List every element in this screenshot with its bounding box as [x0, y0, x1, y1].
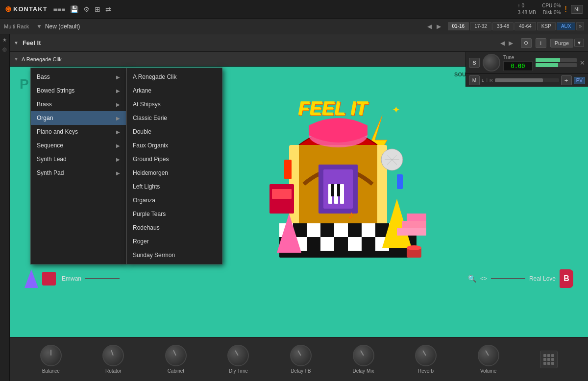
cpu-info: ↑ 0CPU 0% 3.48 MBDisk 0% — [518, 2, 561, 16]
rack-prev[interactable]: ◀ — [427, 23, 432, 30]
brass-label: Brass — [37, 101, 52, 108]
bass-label: Bass — [37, 73, 50, 80]
volume-slider[interactable] — [495, 78, 559, 82]
menu-item-sequence[interactable]: Sequence ▶ — [31, 139, 126, 152]
submenu-item-a-renegade-clik[interactable]: A Renegade Clik — [127, 70, 222, 84]
plus-button[interactable]: + — [561, 75, 572, 85]
tune-label: Tune — [503, 55, 533, 60]
menu-item-bass[interactable]: Bass ▶ — [31, 70, 126, 84]
delay-mix-knob[interactable] — [353, 345, 374, 366]
submenu-item-double[interactable]: Double — [127, 125, 222, 139]
svg-rect-15 — [320, 237, 334, 251]
inst-prev[interactable]: ◀ — [500, 40, 505, 47]
inst-expand-arrow[interactable]: ▼ — [14, 40, 19, 46]
submenu-item-rodehaus[interactable]: Rodehaus — [127, 221, 222, 235]
left-lights-label: Left Lights — [133, 183, 160, 190]
rack-dropdown-arrow[interactable]: ▼ — [36, 23, 42, 30]
rack-tab-01-16[interactable]: 01-16 — [448, 22, 469, 30]
info-button[interactable]: i — [536, 38, 546, 48]
submenu-item-classic-eerie[interactable]: Classic Eerie — [127, 111, 222, 125]
submenu-item-at-shipsys[interactable]: At Shipsys — [127, 97, 222, 111]
code-icon[interactable]: <> — [480, 275, 487, 282]
menu-icon[interactable]: ≡≡≡ — [53, 5, 66, 13]
balance-knob[interactable] — [40, 345, 62, 366]
sequence-arrow: ▶ — [116, 143, 120, 148]
save-icon[interactable]: 💾 — [70, 5, 78, 13]
svg-rect-39 — [284, 160, 292, 179]
rack-tab-17-32[interactable]: 17-32 — [470, 22, 491, 30]
submenu-item-faux-organix[interactable]: Faux Organix — [127, 139, 222, 152]
star-icon[interactable]: ★ — [2, 37, 7, 43]
solo-button[interactable]: S — [469, 58, 480, 68]
svg-text:♪: ♪ — [348, 208, 354, 221]
mute-button[interactable]: M — [469, 75, 480, 85]
rack-tab-ksp[interactable]: KSP — [537, 22, 556, 30]
rack-tab-33-48[interactable]: 33-48 — [492, 22, 514, 30]
submenu-item-organza[interactable]: Organza — [127, 193, 222, 207]
svg-rect-16 — [348, 237, 362, 251]
purge-button[interactable]: Purge — [550, 39, 573, 48]
kontakt-logo: ⊛ KONTAKT — [5, 4, 48, 14]
grid-button[interactable] — [540, 351, 558, 368]
channel-top-row: S Tune 0.00 — [466, 52, 588, 74]
top-icons: ≡≡≡ 💾 ⚙ ⊞ ⇄ — [53, 5, 112, 13]
delay-fb-knob[interactable] — [290, 345, 312, 366]
rack-tab-expand[interactable]: » — [576, 22, 584, 30]
settings-icon[interactable]: ⚙ — [83, 5, 90, 13]
emwan-line — [85, 278, 120, 279]
submenu-item-arkane[interactable]: Arkane — [127, 84, 222, 97]
dly-time-label: Dly Time — [229, 368, 248, 374]
tune-knob[interactable] — [483, 54, 500, 71]
balance-label: Balance — [42, 368, 60, 374]
circle-icon[interactable]: ◎ — [2, 47, 7, 52]
arrows-icon[interactable]: ⇄ — [105, 5, 111, 13]
submenu-item-sunday-sermon[interactable]: Sunday Sermon — [127, 248, 222, 262]
volume-label: Volume — [480, 368, 496, 374]
snapshot-button[interactable]: ⊙ — [521, 38, 532, 48]
real-love-area: 🔍 <> Real Love B — [468, 269, 573, 288]
menu-item-brass[interactable]: Brass ▶ — [31, 97, 126, 111]
library-icon[interactable]: ⊞ — [95, 5, 100, 13]
emwan-area: Emwan — [24, 269, 120, 288]
memory-label: ↑ 0 — [518, 2, 524, 9]
inst-next[interactable]: ▶ — [509, 40, 513, 47]
purge-group: Purge ▼ — [550, 39, 584, 48]
rack-label: Multi Rack — [4, 24, 33, 29]
reverb-knob[interactable] — [415, 345, 437, 366]
purge-dropdown[interactable]: ▼ — [574, 39, 584, 47]
lr-right: R — [490, 78, 493, 83]
real-love-line — [491, 278, 525, 279]
bowed-strings-arrow: ▶ — [116, 88, 120, 94]
svg-rect-30 — [397, 228, 426, 236]
cabinet-knob[interactable] — [165, 345, 187, 366]
submenu-item-roger[interactable]: Roger — [127, 235, 222, 248]
volume-knob[interactable] — [478, 345, 499, 366]
submenu-item-left-lights[interactable]: Left Lights — [127, 180, 222, 193]
svg-rect-34 — [272, 189, 292, 199]
double-label: Double — [133, 128, 151, 135]
ni-button[interactable]: NI — [571, 5, 583, 14]
menu-item-piano-keys[interactable]: Piano and Keys ▶ — [31, 125, 126, 139]
menu-item-bowed-strings[interactable]: Bowed Strings ▶ — [31, 84, 126, 97]
rack-tab-aux[interactable]: AUX — [557, 22, 576, 30]
dly-time-knob[interactable] — [227, 345, 249, 366]
search-icon[interactable]: 🔍 — [468, 275, 476, 283]
menu-item-synth-pad[interactable]: Synth Pad ▶ — [31, 166, 126, 180]
rack-tab-49-64[interactable]: 49-64 — [514, 22, 536, 30]
menu-item-synth-lead[interactable]: Synth Lead ▶ — [31, 152, 126, 166]
rodehaus-label: Rodehaus — [133, 224, 160, 231]
pv-button[interactable]: PV — [574, 77, 585, 84]
submenu-item-heidemorgen[interactable]: Heidemorgen — [127, 166, 222, 180]
organza-label: Organza — [133, 197, 155, 204]
submenu-item-ground-pipes[interactable]: Ground Pipes — [127, 152, 222, 166]
delay-mix-label: Delay Mix — [353, 368, 374, 374]
rotator-knob[interactable] — [102, 345, 124, 366]
kontakt-k-icon: ⊛ — [5, 4, 11, 14]
rack-next[interactable]: ▶ — [437, 23, 441, 30]
menu-item-organ[interactable]: Organ ▶ — [31, 111, 126, 125]
submenu-item-purple-tears[interactable]: Purple Tears — [127, 207, 222, 221]
level-bar-fill — [536, 58, 560, 62]
sub-arrow[interactable]: ▼ — [14, 56, 19, 62]
tune-value[interactable]: 0.00 — [503, 61, 533, 71]
close-panel-icon[interactable]: ✕ — [580, 59, 585, 67]
